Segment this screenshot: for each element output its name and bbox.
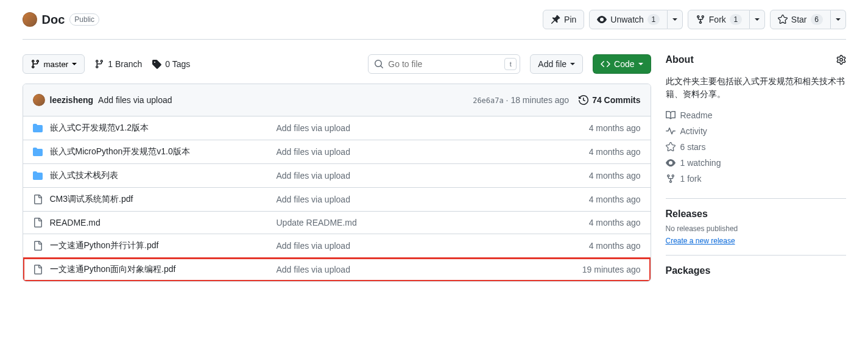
code-button[interactable]: Code xyxy=(593,54,651,74)
fork-count: 1 xyxy=(730,14,742,25)
file-row[interactable]: 嵌入式C开发规范v1.2版本Add files via upload4 mont… xyxy=(23,116,651,140)
tag-icon xyxy=(152,59,161,69)
file-icon xyxy=(33,265,43,274)
unwatch-dropdown[interactable] xyxy=(668,10,683,29)
add-file-button[interactable]: Add file xyxy=(530,54,583,74)
folder-icon xyxy=(33,123,43,133)
unwatch-button[interactable]: Unwatch1 xyxy=(589,10,667,29)
file-date: 4 months ago xyxy=(556,241,641,251)
fork-icon xyxy=(666,174,676,184)
file-listing: leezisheng Add files via upload 26e6a7a … xyxy=(23,84,651,282)
repo-name[interactable]: Doc xyxy=(42,13,65,27)
caret-down-icon xyxy=(836,18,841,21)
about-title: About xyxy=(666,54,694,65)
file-date: 4 months ago xyxy=(556,171,641,181)
commit-author[interactable]: leezisheng xyxy=(50,95,94,105)
commits-link[interactable]: 74 Commits xyxy=(579,95,640,105)
create-release-link[interactable]: Create a new release xyxy=(666,237,735,245)
file-icon xyxy=(33,218,43,227)
stars-link[interactable]: 6 stars xyxy=(666,142,846,152)
fork-button[interactable]: Fork1 xyxy=(688,10,750,29)
file-commit-message[interactable]: Add files via upload xyxy=(277,171,556,181)
branch-icon xyxy=(30,59,40,69)
visibility-badge: Public xyxy=(69,13,99,26)
file-date: 4 months ago xyxy=(556,195,641,204)
eye-icon xyxy=(666,158,676,168)
file-row[interactable]: 一文速通Python并行计算.pdfAdd files via upload4 … xyxy=(23,234,651,258)
caret-down-icon xyxy=(570,63,575,65)
watch-count: 1 xyxy=(647,14,660,25)
repo-owner-avatar[interactable] xyxy=(23,12,37,27)
file-commit-message[interactable]: Add files via upload xyxy=(277,241,556,251)
file-name[interactable]: CM3调试系统简析.pdf xyxy=(50,194,133,205)
tags-link[interactable]: 0 Tags xyxy=(152,59,190,69)
file-date: 4 months ago xyxy=(556,218,641,227)
file-commit-message[interactable]: Add files via upload xyxy=(277,123,556,133)
pin-button[interactable]: Pin xyxy=(543,10,584,29)
file-row[interactable]: 一文速通Python面向对象编程.pdfAdd files via upload… xyxy=(23,258,651,281)
file-name[interactable]: 嵌入式技术栈列表 xyxy=(50,170,118,181)
caret-down-icon xyxy=(672,18,677,21)
file-date: 19 minutes ago xyxy=(556,265,641,274)
file-row[interactable]: CM3调试系统简析.pdfAdd files via upload4 month… xyxy=(23,188,651,212)
file-name[interactable]: 一文速通Python并行计算.pdf xyxy=(50,240,159,251)
keyboard-hint: t xyxy=(504,58,517,70)
branch-selector[interactable]: master xyxy=(23,54,85,74)
file-name[interactable]: 嵌入式C开发规范v1.2版本 xyxy=(50,123,149,134)
caret-down-icon xyxy=(638,63,643,65)
watching-link[interactable]: 1 watching xyxy=(666,158,846,168)
folder-icon xyxy=(33,171,43,181)
eye-icon xyxy=(597,15,607,24)
commit-message[interactable]: Add files via upload xyxy=(98,95,172,105)
book-icon xyxy=(666,110,676,120)
forks-link[interactable]: 1 fork xyxy=(666,174,846,184)
pin-icon xyxy=(551,15,560,24)
pulse-icon xyxy=(666,126,676,136)
caret-down-icon xyxy=(72,63,77,65)
no-releases-text: No releases published xyxy=(666,224,846,233)
file-icon xyxy=(33,241,43,251)
star-icon xyxy=(778,15,788,24)
star-button[interactable]: Star6 xyxy=(770,10,831,29)
caret-down-icon xyxy=(755,18,760,21)
go-to-file-input[interactable] xyxy=(368,54,520,74)
gear-icon[interactable] xyxy=(836,55,846,65)
branch-icon xyxy=(94,59,104,69)
file-row[interactable]: 嵌入式MicroPython开发规范v1.0版本Add files via up… xyxy=(23,140,651,164)
code-icon xyxy=(601,59,610,69)
fork-dropdown[interactable] xyxy=(750,10,765,29)
fork-icon xyxy=(696,15,705,24)
history-icon xyxy=(579,95,588,105)
file-commit-message[interactable]: Add files via upload xyxy=(277,147,556,157)
search-icon xyxy=(374,59,384,69)
branches-link[interactable]: 1 Branch xyxy=(94,59,142,69)
file-icon xyxy=(33,195,43,204)
releases-title[interactable]: Releases xyxy=(666,209,846,220)
readme-link[interactable]: Readme xyxy=(666,110,846,120)
file-date: 4 months ago xyxy=(556,123,641,133)
file-row[interactable]: README.mdUpdate README.md4 months ago xyxy=(23,212,651,234)
file-name[interactable]: 一文速通Python面向对象编程.pdf xyxy=(50,264,176,275)
file-date: 4 months ago xyxy=(556,147,641,157)
star-count: 6 xyxy=(811,14,823,25)
star-dropdown[interactable] xyxy=(831,10,846,29)
packages-title[interactable]: Packages xyxy=(666,265,846,276)
file-name[interactable]: 嵌入式MicroPython开发规范v1.0版本 xyxy=(50,146,190,157)
file-commit-message[interactable]: Add files via upload xyxy=(277,195,556,204)
activity-link[interactable]: Activity xyxy=(666,126,846,136)
commit-time: 18 minutes ago xyxy=(510,95,569,105)
commit-hash[interactable]: 26e6a7a xyxy=(473,96,504,105)
file-name[interactable]: README.md xyxy=(50,218,101,227)
file-commit-message[interactable]: Add files via upload xyxy=(277,265,556,274)
file-commit-message[interactable]: Update README.md xyxy=(277,218,556,227)
about-description: 此文件夹主要包括嵌入式开发规范和相关技术书籍、资料分享。 xyxy=(666,75,846,101)
star-icon xyxy=(666,142,676,152)
commit-author-avatar[interactable] xyxy=(33,94,45,106)
file-row[interactable]: 嵌入式技术栈列表Add files via upload4 months ago xyxy=(23,164,651,188)
folder-icon xyxy=(33,147,43,157)
